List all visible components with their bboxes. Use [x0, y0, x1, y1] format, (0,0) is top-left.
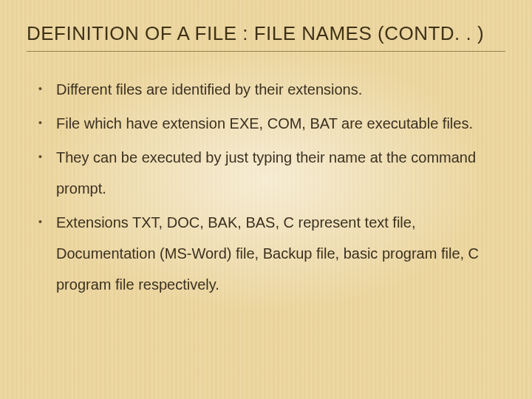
- slide: DEFINITION OF A FILE : FILE NAMES (CONTD…: [0, 0, 532, 399]
- list-item: Different files are identified by their …: [35, 74, 502, 105]
- bullet-list: Different files are identified by their …: [27, 74, 505, 300]
- slide-title: DEFINITION OF A FILE : FILE NAMES (CONTD…: [27, 22, 505, 45]
- list-item: They can be executed by just typing thei…: [35, 142, 502, 204]
- list-item: File which have extension EXE, COM, BAT …: [35, 108, 502, 139]
- title-divider: [27, 51, 505, 52]
- list-item: Extensions TXT, DOC, BAK, BAS, C represe…: [35, 207, 502, 300]
